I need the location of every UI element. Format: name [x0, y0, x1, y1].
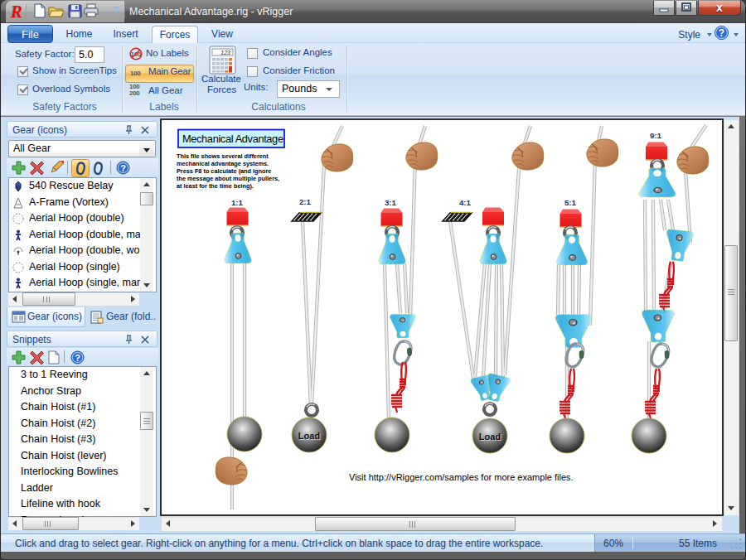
- svg-text:?: ?: [719, 27, 724, 39]
- svg-text:Mechanical Advantage: Mechanical Advantage: [182, 133, 283, 145]
- svg-text:2:1: 2:1: [299, 197, 312, 206]
- svg-text:1:1: 1:1: [231, 198, 244, 207]
- svg-text:4:1: 4:1: [459, 198, 472, 207]
- svg-text:mechanical advantage systems.: mechanical advantage systems.: [177, 160, 269, 167]
- svg-text:Visit http://vRigger.com/sampl: Visit http://vRigger.com/samples for mor…: [349, 472, 574, 482]
- svg-text:the message about multiple pul: the message about multiple pullers,: [177, 175, 279, 182]
- svg-text:x: x: [716, 1, 723, 14]
- svg-text:3:1: 3:1: [385, 198, 397, 207]
- svg-text:9:1: 9:1: [650, 131, 662, 140]
- svg-text:?: ?: [75, 353, 80, 363]
- svg-text:at least for the time being).: at least for the time being).: [177, 182, 254, 190]
- svg-text:123: 123: [220, 50, 230, 56]
- svg-text:Load: Load: [479, 432, 501, 442]
- svg-text:Press F8 to calculate (and ign: Press F8 to calculate (and ignore: [177, 167, 271, 175]
- svg-text:?: ?: [120, 163, 126, 173]
- svg-text:This file shows several differ: This file shows several different: [177, 152, 269, 160]
- svg-text:Load: Load: [298, 431, 320, 441]
- svg-text:5:1: 5:1: [564, 198, 577, 207]
